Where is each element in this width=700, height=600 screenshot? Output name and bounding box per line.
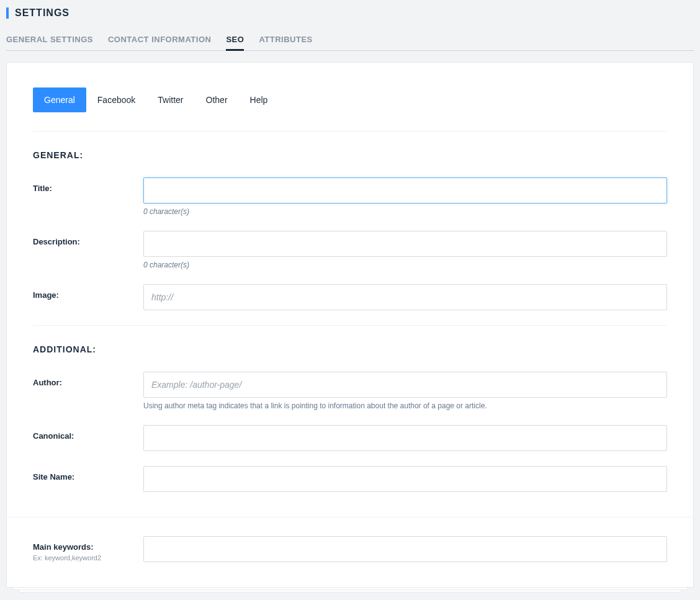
label-author: Author: bbox=[33, 372, 143, 387]
page-title: SETTINGS bbox=[15, 7, 70, 19]
site-name-input[interactable] bbox=[143, 466, 667, 492]
author-help: Using author meta tag indicates that a l… bbox=[143, 401, 667, 410]
inner-tab-twitter[interactable]: Twitter bbox=[146, 87, 194, 112]
inner-tab-general[interactable]: General bbox=[33, 87, 86, 112]
label-site-name: Site Name: bbox=[33, 466, 143, 481]
inner-tabs: General Facebook Twitter Other Help bbox=[33, 87, 667, 112]
inner-tab-facebook[interactable]: Facebook bbox=[86, 87, 146, 112]
author-input[interactable] bbox=[143, 372, 667, 398]
description-input[interactable] bbox=[143, 231, 667, 257]
tab-general-settings[interactable]: GENERAL SETTINGS bbox=[6, 30, 93, 50]
main-keywords-input[interactable] bbox=[143, 536, 667, 562]
image-input[interactable] bbox=[143, 284, 667, 310]
label-main-keywords: Main keywords: bbox=[33, 542, 94, 552]
section-heading-general: GENERAL: bbox=[33, 150, 667, 160]
inner-tab-other[interactable]: Other bbox=[195, 87, 239, 112]
label-image: Image: bbox=[33, 284, 143, 300]
top-tabs: GENERAL SETTINGS CONTACT INFORMATION SEO… bbox=[6, 30, 694, 51]
title-counter: 0 character(s) bbox=[143, 207, 667, 216]
section-heading-additional: ADDITIONAL: bbox=[33, 344, 667, 354]
title-input[interactable] bbox=[143, 177, 667, 204]
settings-panel: General Facebook Twitter Other Help GENE… bbox=[6, 62, 694, 588]
tab-seo[interactable]: SEO bbox=[226, 30, 244, 50]
tab-attributes[interactable]: ATTRIBUTES bbox=[259, 30, 312, 50]
label-description: Description: bbox=[33, 231, 143, 246]
inner-tab-help[interactable]: Help bbox=[239, 87, 279, 112]
label-canonical: Canonical: bbox=[33, 425, 143, 441]
tab-contact-information[interactable]: CONTACT INFORMATION bbox=[108, 30, 211, 50]
page-title-wrap: SETTINGS bbox=[6, 7, 694, 19]
title-accent-bar bbox=[6, 7, 9, 19]
keywords-example: Ex: keyword,keyword2 bbox=[33, 554, 143, 562]
description-counter: 0 character(s) bbox=[143, 261, 667, 269]
canonical-input[interactable] bbox=[143, 425, 667, 451]
label-title: Title: bbox=[33, 177, 143, 193]
